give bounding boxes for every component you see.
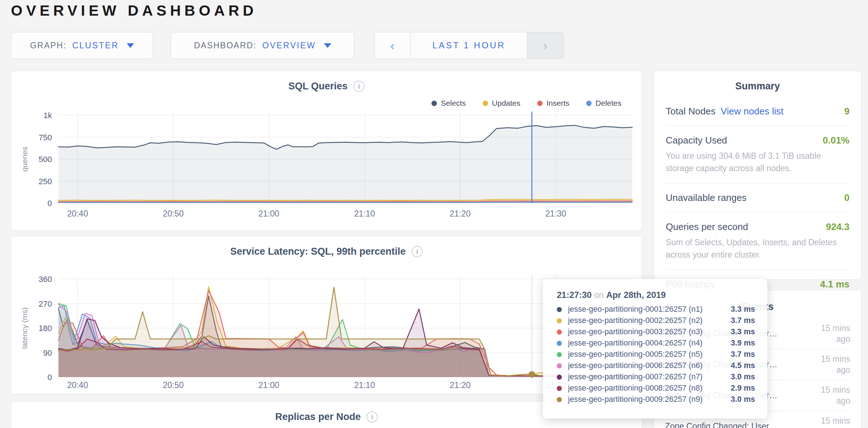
page-title: OVERVIEW DASHBOARD bbox=[11, 2, 257, 19]
svg-text:queries: queries bbox=[20, 147, 29, 172]
tooltip-node-name: jesse-geo-partitioning-0001:26257 (n1) bbox=[568, 305, 726, 314]
qps-description: Sum of Selects, Updates, Inserts, and De… bbox=[666, 236, 849, 261]
svg-text:0: 0 bbox=[48, 373, 52, 382]
series-dot-icon bbox=[557, 341, 562, 346]
summary-row-capacity: Capacity Used 0.01% You are using 304.6 … bbox=[666, 126, 849, 183]
tooltip-node-value: 3.9 ms bbox=[731, 339, 755, 348]
tooltip-row: jesse-geo-partitioning-0002:26257 (n2)3.… bbox=[557, 315, 755, 326]
svg-text:250: 250 bbox=[38, 177, 52, 186]
summary-row-qps: Queries per second 924.3 Sum of Selects,… bbox=[666, 213, 849, 270]
dashboard-dropdown-value: OVERVIEW bbox=[262, 41, 316, 51]
event-time: 15 mins ago bbox=[812, 354, 850, 375]
tooltip-node-name: jesse-geo-partitioning-0005:26257 (n5) bbox=[568, 350, 726, 359]
chevron-down-icon bbox=[127, 43, 134, 48]
tooltip-node-value: 3.7 ms bbox=[731, 316, 755, 325]
tooltip-node-name: jesse-geo-partitioning-0009:26257 (n9) bbox=[568, 395, 726, 404]
tooltip-row: jesse-geo-partitioning-0001:26257 (n1)3.… bbox=[557, 304, 755, 315]
svg-text:21:30: 21:30 bbox=[545, 209, 567, 218]
event-time: 15 mins ago bbox=[812, 415, 850, 428]
tooltip-node-name: jesse-geo-partitioning-0006:26257 (n6) bbox=[568, 361, 726, 370]
svg-text:180: 180 bbox=[38, 324, 52, 333]
svg-text:20:50: 20:50 bbox=[163, 209, 184, 218]
graph-dropdown-value: CLUSTER bbox=[72, 41, 119, 51]
tooltip-node-name: jesse-geo-partitioning-0003:26257 (n3) bbox=[568, 327, 726, 336]
time-range-selector: ‹ LAST 1 HOUR › bbox=[374, 32, 564, 59]
series-dot-icon bbox=[557, 363, 562, 368]
replicas-per-node-chart-title: Replicas per Node bbox=[275, 411, 361, 423]
qps-value: 924.3 bbox=[826, 221, 849, 233]
tooltip-conjunction: on bbox=[594, 290, 604, 300]
tooltip-row: jesse-geo-partitioning-0004:26257 (n4)3.… bbox=[557, 338, 755, 349]
capacity-used-label: Capacity Used bbox=[666, 135, 727, 146]
series-dot-icon bbox=[557, 397, 562, 402]
overview-dashboard-screen: OVERVIEW DASHBOARD GRAPH: CLUSTER DASHBO… bbox=[0, 0, 868, 428]
sql-queries-panel: SQL Queries i SelectsUpdatesInsertsDelet… bbox=[11, 71, 642, 231]
time-next-button[interactable]: › bbox=[527, 32, 563, 58]
tooltip-node-value: 3.3 ms bbox=[731, 327, 755, 336]
svg-text:21:20: 21:20 bbox=[450, 209, 471, 218]
summary-row-unavailable-ranges: Unavailable ranges 0 bbox=[666, 183, 849, 213]
capacity-used-value: 0.01% bbox=[823, 135, 849, 146]
tooltip-node-value: 3.0 ms bbox=[731, 395, 755, 404]
tooltip-row: jesse-geo-partitioning-0008:26257 (n8)2.… bbox=[557, 383, 755, 394]
series-dot-icon bbox=[557, 386, 562, 391]
dashboard-dropdown[interactable]: DASHBOARD: OVERVIEW bbox=[171, 32, 354, 59]
series-dot-icon bbox=[557, 330, 562, 335]
chart-tooltip: 21:27:30 on Apr 28th, 2019 jesse-geo-par… bbox=[543, 279, 767, 419]
capacity-used-description: You are using 304.6 MiB of 3.1 TiB usabl… bbox=[666, 150, 849, 174]
svg-text:21:20: 21:20 bbox=[450, 380, 471, 390]
tooltip-node-value: 3.3 ms bbox=[731, 305, 755, 314]
tooltip-time: 21:27:30 bbox=[557, 290, 592, 300]
unavailable-ranges-value: 0 bbox=[844, 192, 849, 203]
event-text: Zone Config Changed: User… bbox=[665, 421, 807, 428]
qps-label: Queries per second bbox=[666, 221, 748, 233]
tooltip-node-value: 3.0 ms bbox=[731, 372, 755, 381]
chevron-down-icon bbox=[324, 43, 331, 48]
series-dot-icon bbox=[557, 318, 562, 323]
tooltip-node-name: jesse-geo-partitioning-0002:26257 (n2) bbox=[568, 316, 726, 325]
tooltip-node-value: 2.9 ms bbox=[731, 384, 755, 393]
graph-dropdown[interactable]: GRAPH: CLUSTER bbox=[11, 32, 153, 59]
svg-text:0: 0 bbox=[48, 199, 52, 208]
graph-dropdown-label: GRAPH: bbox=[30, 41, 66, 51]
total-nodes-label: Total Nodes bbox=[666, 106, 715, 117]
event-time: 15 mins ago bbox=[812, 323, 850, 344]
series-dot-icon bbox=[557, 375, 562, 380]
svg-text:20:40: 20:40 bbox=[67, 380, 88, 390]
info-icon[interactable]: i bbox=[366, 411, 378, 423]
dashboard-dropdown-label: DASHBOARD: bbox=[194, 41, 256, 51]
total-nodes-value: 9 bbox=[844, 106, 849, 117]
svg-text:latency (ms): latency (ms) bbox=[20, 307, 29, 349]
tooltip-row: jesse-geo-partitioning-0007:26257 (n7)3.… bbox=[557, 371, 755, 383]
tooltip-rows: jesse-geo-partitioning-0001:26257 (n1)3.… bbox=[557, 304, 755, 405]
tooltip-node-name: jesse-geo-partitioning-0008:26257 (n8) bbox=[568, 384, 726, 393]
summary-title: Summary bbox=[666, 81, 849, 92]
svg-text:21:10: 21:10 bbox=[354, 209, 375, 218]
tooltip-date: Apr 28th, 2019 bbox=[606, 290, 666, 300]
svg-text:21:00: 21:00 bbox=[259, 209, 280, 218]
tooltip-row: jesse-geo-partitioning-0005:26257 (n5)3.… bbox=[557, 349, 755, 360]
tooltip-node-name: jesse-geo-partitioning-0007:26257 (n7) bbox=[568, 372, 726, 381]
svg-text:21:00: 21:00 bbox=[259, 380, 280, 390]
tooltip-node-value: 3.7 ms bbox=[731, 350, 755, 359]
svg-text:1k: 1k bbox=[44, 111, 52, 120]
tooltip-header: 21:27:30 on Apr 28th, 2019 bbox=[557, 290, 755, 300]
tooltip-row: jesse-geo-partitioning-0009:26257 (n9)3.… bbox=[557, 394, 755, 405]
tooltip-node-value: 4.5 ms bbox=[731, 361, 755, 370]
series-dot-icon bbox=[557, 352, 562, 357]
time-range-button[interactable]: LAST 1 HOUR bbox=[411, 32, 527, 58]
tooltip-row: jesse-geo-partitioning-0006:26257 (n6)4.… bbox=[557, 360, 755, 371]
svg-text:21:10: 21:10 bbox=[354, 380, 375, 390]
svg-text:750: 750 bbox=[38, 133, 52, 142]
svg-text:270: 270 bbox=[38, 299, 52, 308]
time-prev-button[interactable]: ‹ bbox=[374, 32, 411, 58]
view-nodes-list-link[interactable]: View nodes list bbox=[721, 106, 783, 117]
svg-text:500: 500 bbox=[38, 155, 52, 164]
event-time: 15 mins ago bbox=[812, 384, 850, 406]
sql-queries-chart[interactable]: 02505007501k20:4020:5021:0021:1021:2021:… bbox=[11, 71, 642, 231]
summary-row-total-nodes: Total Nodes View nodes list 9 bbox=[666, 97, 849, 126]
unavailable-ranges-label: Unavailable ranges bbox=[666, 192, 747, 203]
summary-panel: Summary Total Nodes View nodes list 9 Ca… bbox=[654, 71, 861, 280]
series-dot-icon bbox=[557, 307, 562, 312]
svg-text:20:50: 20:50 bbox=[163, 380, 184, 390]
